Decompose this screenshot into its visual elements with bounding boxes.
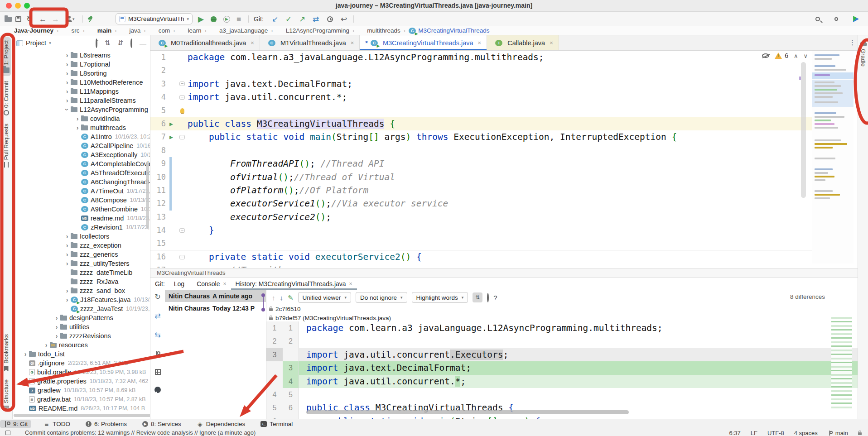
tree-chevron-icon[interactable] <box>63 52 71 58</box>
git-branch-widget[interactable]: main <box>828 430 848 436</box>
close-icon[interactable]: × <box>223 281 227 287</box>
gutter-run-icon[interactable] <box>166 130 177 144</box>
diff-horizontal-scrollbar[interactable] <box>306 410 629 414</box>
expand-all-icon[interactable]: ⇅ <box>105 39 111 47</box>
encoding[interactable]: UTF-8 <box>767 430 784 436</box>
tree-row[interactable]: L12AsyncProgramming <box>13 105 150 114</box>
close-icon[interactable]: × <box>251 39 254 46</box>
gutter-run-icon[interactable] <box>166 77 177 91</box>
gutter-fold-icon[interactable] <box>177 51 188 64</box>
tree-chevron-icon[interactable] <box>63 251 71 258</box>
tool-window-bar-item[interactable]: Terminal <box>257 420 296 428</box>
commit-row[interactable]: Nitin Chauras Today 12:43 P <box>165 302 266 314</box>
gutter-fold-icon[interactable] <box>177 104 188 117</box>
tree-chevron-icon[interactable] <box>53 315 60 321</box>
revision-row[interactable]: b79def57 (M3CreatingVirtualThreads.java) <box>269 313 391 322</box>
tree-chevron-icon[interactable] <box>63 88 71 95</box>
project-view-title[interactable]: Project <box>26 39 46 47</box>
tree-row[interactable]: zzzz_dateTimeLib <box>13 268 150 277</box>
code-line[interactable]: 5 <box>150 104 812 117</box>
code-line[interactable]: 1 package com.learn.a3_javaLanguage.L12A… <box>150 51 812 64</box>
git-panel-tab[interactable]: Log <box>169 278 192 290</box>
tree-row[interactable]: zzzz_RxJava <box>13 277 150 286</box>
gutter-fold-icon[interactable] <box>177 91 188 104</box>
breadcrumb-item[interactable]: learn <box>178 27 210 34</box>
editor-minimap[interactable] <box>812 51 854 264</box>
git-commit-icon[interactable]: ✓ <box>285 14 292 24</box>
gutter-run-icon[interactable] <box>166 144 177 157</box>
tree-row[interactable]: zzzzRevisions <box>13 331 150 340</box>
panel-settings-gear-icon[interactable] <box>130 39 132 47</box>
tree-row[interactable]: gradle.properties 10/18/23, 7:32 AM, 462 <box>13 377 150 386</box>
close-icon[interactable]: × <box>550 39 553 46</box>
tree-chevron-icon[interactable] <box>43 342 50 348</box>
collapse-unchanged-icon[interactable]: ⇅ <box>473 292 482 302</box>
diff-code[interactable]: 1 1 package com.learn.a3_javaLanguage.L1… <box>266 321 858 419</box>
tree-row[interactable]: A5ThreadOfExecutio <box>13 168 150 177</box>
code-line[interactable]: 8 <box>150 144 812 157</box>
highlight-mode-select[interactable]: Highlight words▾ <box>412 292 468 303</box>
gutter-run-icon[interactable] <box>166 264 177 268</box>
tool-window-button[interactable]: Pull Requests <box>1 120 11 171</box>
git-side-icon[interactable]: ⇄ <box>154 312 160 320</box>
gutter-run-icon[interactable] <box>166 117 177 130</box>
tree-chevron-icon[interactable] <box>74 125 81 131</box>
code-line[interactable]: 11 ofPlatform();//Of Platform <box>150 184 812 197</box>
tree-chevron-icon[interactable] <box>63 106 71 113</box>
gutter-fold-icon[interactable] <box>177 224 188 237</box>
profile-icon[interactable]: ▾ <box>66 14 75 24</box>
gutter-run-icon[interactable] <box>166 91 177 104</box>
code-line[interactable]: 12 executorService1();//Via executor ser… <box>150 197 812 210</box>
editor-tab[interactable]: Callable.java × <box>487 35 559 50</box>
debug-button[interactable] <box>211 14 217 24</box>
open-icon[interactable] <box>5 14 12 24</box>
history-clock-icon[interactable] <box>327 14 333 24</box>
tree-chevron-icon[interactable] <box>63 61 71 67</box>
gutter-run-icon[interactable] <box>166 157 177 170</box>
tree-row[interactable]: multithreads <box>13 123 150 132</box>
line-ending[interactable]: LF <box>751 430 757 436</box>
tree-row[interactable]: L6streams <box>13 51 150 60</box>
gutter-fold-icon[interactable] <box>177 64 188 77</box>
tree-row[interactable]: A2CallPipeline 10/16/2 <box>13 141 150 150</box>
gutter-fold-icon[interactable] <box>177 237 188 249</box>
tree-row[interactable]: L8sorting <box>13 69 150 78</box>
commit-row[interactable]: Nitin Chauras A minute ago <box>165 290 266 302</box>
tree-row[interactable]: gradlew 10/18/23, 10:57 PM, 8.69 kB <box>13 386 150 395</box>
tree-row[interactable]: zRevision1 10/17/23, 1 <box>13 223 150 232</box>
tree-row[interactable]: utilities <box>13 322 150 331</box>
tree-chevron-icon[interactable] <box>53 333 60 339</box>
save-icon[interactable] <box>15 14 21 24</box>
gutter-fold-icon[interactable] <box>177 117 188 130</box>
breadcrumb-item[interactable]: src <box>62 27 87 34</box>
tree-chevron-icon[interactable] <box>63 70 71 77</box>
code-editor[interactable]: 1 package com.learn.a3_javaLanguage.L12A… <box>150 51 858 268</box>
tool-window-button[interactable]: 0: Commit <box>1 78 11 119</box>
highlighting-eye-icon[interactable] <box>762 53 769 58</box>
sync-icon[interactable]: ↻ <box>26 14 33 24</box>
tree-row[interactable]: zzzz_JavaTest 10/19/23, <box>13 304 150 313</box>
editor-tab[interactable]: M0Traditionalthreads.java × <box>150 35 260 50</box>
code-line[interactable]: 10 ofVirtual();//Thread of Virtual <box>150 171 812 184</box>
warning-triangle-icon[interactable] <box>775 53 782 59</box>
status-message[interactable]: Commit contains problems: 12 warnings //… <box>25 429 256 436</box>
run-configuration-select[interactable]: M3CreatingVirtualThreads ▾ <box>116 13 193 24</box>
settings-gear-icon[interactable] <box>834 14 838 24</box>
hide-panel-icon[interactable]: — <box>140 39 146 47</box>
tree-row[interactable]: J18Features.java 10/13/2 <box>13 295 150 304</box>
rollback-icon[interactable]: ↩ <box>341 14 347 24</box>
breadcrumb-item[interactable]: M3CreatingVirtualThreads <box>409 27 489 34</box>
breadcrumb-item[interactable]: Java-Journey <box>5 27 62 34</box>
tool-window-bar-item[interactable]: 9: Git <box>0 420 31 428</box>
tree-vertical-scrollbar[interactable] <box>146 162 149 229</box>
breadcrumb-item[interactable]: com <box>149 27 178 34</box>
close-icon[interactable]: × <box>349 281 352 287</box>
run-button[interactable]: ▶ <box>198 14 204 24</box>
tree-row[interactable]: resources <box>13 340 150 350</box>
gutter-fold-icon[interactable] <box>177 264 188 268</box>
gutter-run-icon[interactable] <box>166 184 177 197</box>
tree-chevron-icon[interactable] <box>53 324 60 330</box>
git-push-icon[interactable]: ↗ <box>299 14 305 24</box>
build-hammer-icon[interactable] <box>87 14 94 24</box>
code-line[interactable]: 3 import java.text.DecimalFormat; <box>150 77 812 91</box>
